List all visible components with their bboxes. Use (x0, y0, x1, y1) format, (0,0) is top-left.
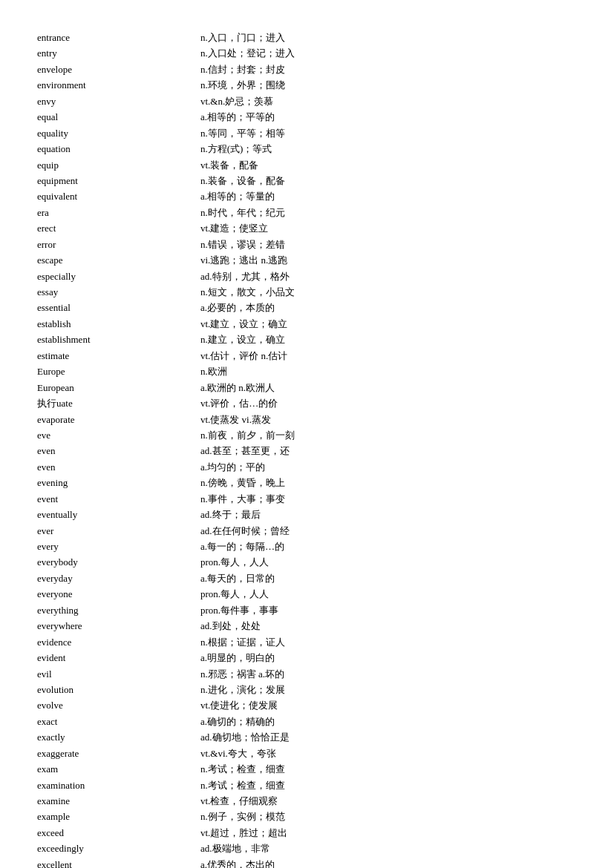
entry-definition: vt.装备，配备 (200, 157, 577, 173)
entry-word: everyone (37, 586, 200, 602)
entry-word: equivalent (37, 188, 200, 204)
entry-word: escape (37, 252, 200, 268)
entry-word: evening (37, 475, 200, 490)
entry-row: everyonepron.每人，人人 (37, 586, 577, 602)
entry-word: exam (37, 761, 200, 777)
entry-word: exactly (37, 729, 200, 745)
entry-definition: a.必要的，本质的 (200, 300, 577, 315)
entry-word: evidence (37, 634, 200, 650)
entry-definition: n.信封；封套；封皮 (200, 62, 577, 77)
entry-definition: pron.每人，人人 (200, 586, 577, 602)
entry-word: even (37, 443, 200, 458)
entry-row: evolutionn.进化，演化；发展 (37, 682, 577, 697)
entry-definition: n.入口，门口；进入 (200, 30, 577, 45)
entry-definition: vt.使进化；使发展 (200, 697, 577, 713)
entry-row: equipvt.装备，配备 (37, 157, 577, 173)
entry-definition: vt.检查，仔细观察 (200, 793, 577, 809)
entry-word: equipment (37, 173, 200, 188)
entry-word: European (37, 380, 200, 395)
entry-row: erectvt.建造；使竖立 (37, 220, 577, 236)
entry-word: evil (37, 666, 200, 682)
entry-definition: a.每天的，日常的 (200, 571, 577, 586)
entry-definition: a.欧洲的 n.欧洲人 (200, 380, 577, 395)
entry-row: eventuallyad.终于；最后 (37, 507, 577, 522)
entry-definition: vt.超过，胜过；超出 (200, 825, 577, 841)
entry-definition: n.欧洲 (200, 364, 577, 379)
entry-definition: n.错误，谬误；差错 (200, 237, 577, 252)
entry-row: entrancen.入口，门口；进入 (37, 30, 577, 45)
entry-row: exactlyad.确切地；恰恰正是 (37, 729, 577, 745)
entry-row: everad.在任何时候；曾经 (37, 523, 577, 539)
entry-row: entryn.入口处；登记；进入 (37, 45, 577, 61)
entry-word: essential (37, 300, 200, 315)
entry-word: environment (37, 77, 200, 93)
entry-definition: n.时代，年代；纪元 (200, 205, 577, 220)
entry-word: era (37, 205, 200, 220)
entry-row: Europeana.欧洲的 n.欧洲人 (37, 380, 577, 395)
entry-definition: n.考试；检查，细查 (200, 777, 577, 793)
entry-definition: a.优秀的，杰出的 (200, 857, 577, 868)
entry-row: examinevt.检查，仔细观察 (37, 793, 577, 809)
entry-row: equala.相等的；平等的 (37, 109, 577, 125)
entry-row: errorn.错误，谬误；差错 (37, 237, 577, 252)
entry-word: envelope (37, 62, 200, 77)
entry-row: evena.均匀的；平的 (37, 459, 577, 475)
entry-definition: n.建立，设立，确立 (200, 332, 577, 347)
entry-row: excellenta.优秀的，杰出的 (37, 857, 577, 868)
entry-definition: n.邪恶；祸害 a.坏的 (200, 666, 577, 682)
entry-word: examination (37, 777, 200, 793)
entry-row: everya.每一的；每隔…的 (37, 539, 577, 554)
entry-word: especially (37, 269, 200, 284)
entry-row: evidenta.明显的，明白的 (37, 650, 577, 665)
entry-row: essayn.短文，散文，小品文 (37, 284, 577, 300)
entry-row: exaggeratevt.&vi.夸大，夸张 (37, 746, 577, 761)
entry-word: equality (37, 125, 200, 141)
entry-row: establishmentn.建立，设立，确立 (37, 332, 577, 347)
entry-word: exact (37, 714, 200, 729)
entry-word: entrance (37, 30, 200, 45)
entry-word: examine (37, 793, 200, 809)
entry-definition: vt.建造；使竖立 (200, 220, 577, 236)
entry-word: establish (37, 316, 200, 332)
entry-row: essentiala.必要的，本质的 (37, 300, 577, 315)
entry-row: equipmentn.装备，设备，配备 (37, 173, 577, 188)
entry-row: examplen.例子，实例；模范 (37, 809, 577, 824)
entry-word: exceed (37, 825, 200, 841)
entry-definition: ad.在任何时候；曾经 (200, 523, 577, 539)
entry-definition: a.确切的；精确的 (200, 714, 577, 729)
entry-row: evidencen.根据；证据，证人 (37, 634, 577, 650)
entry-word: exaggerate (37, 746, 200, 761)
entry-row: especiallyad.特别，尤其，格外 (37, 269, 577, 284)
entry-definition: ad.确切地；恰恰正是 (200, 729, 577, 745)
entry-row: eviln.邪恶；祸害 a.坏的 (37, 666, 577, 682)
entry-word: eve (37, 427, 200, 443)
entry-word: ever (37, 523, 200, 539)
entry-definition: n.傍晚，黄昏，晚上 (200, 475, 577, 490)
entry-definition: n.根据；证据，证人 (200, 634, 577, 650)
entry-row: equationn.方程(式)；等式 (37, 141, 577, 157)
entry-row: exacta.确切的；精确的 (37, 714, 577, 729)
entry-definition: n.考试；检查，细查 (200, 761, 577, 777)
entry-definition: n.入口处；登记；进入 (200, 45, 577, 61)
entry-row: evaporatevt.使蒸发 vi.蒸发 (37, 412, 577, 427)
entry-row: examinationn.考试；检查，细查 (37, 777, 577, 793)
entry-word: even (37, 459, 200, 475)
entry-row: equivalenta.相等的；等量的 (37, 188, 577, 204)
entry-word: excellent (37, 857, 200, 868)
entry-row: eventn.事件，大事；事变 (37, 491, 577, 507)
entry-definition: n.等同，平等；相等 (200, 125, 577, 141)
entry-definition: n.事件，大事；事变 (200, 491, 577, 507)
entry-definition: vt.评价，估…的价 (200, 395, 577, 411)
entry-word: evolve (37, 697, 200, 713)
entry-row: evolvevt.使进化；使发展 (37, 697, 577, 713)
entry-definition: vt.使蒸发 vi.蒸发 (200, 412, 577, 427)
entry-definition: n.前夜，前夕，前一刻 (200, 427, 577, 443)
entry-word: equation (37, 141, 200, 157)
entry-row: examn.考试；检查，细查 (37, 761, 577, 777)
dictionary-table: entrancen.入口，门口；进入entryn.入口处；登记；进入envelo… (37, 30, 577, 868)
entry-row: exceedinglyad.极端地，非常 (37, 841, 577, 856)
entry-row: estimatevt.估计，评价 n.估计 (37, 348, 577, 364)
entry-word: every (37, 539, 200, 554)
entry-word: Europe (37, 364, 200, 379)
entry-row: envelopen.信封；封套；封皮 (37, 62, 577, 77)
